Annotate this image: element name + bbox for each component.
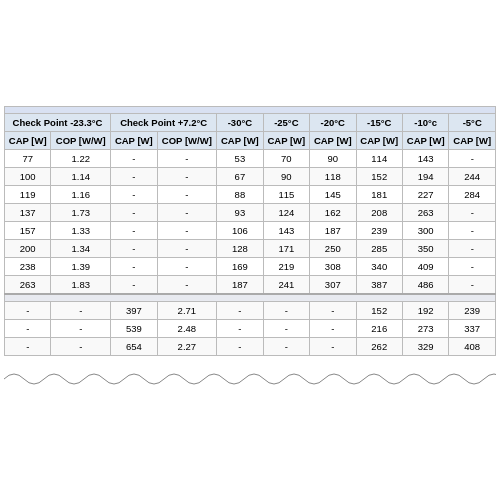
cell-r4-c8: 300 <box>402 222 448 240</box>
cell-r1-c0: 100 <box>5 168 51 186</box>
col-group-4: -25°C <box>263 114 309 132</box>
cell-r3-c8: 263 <box>402 204 448 222</box>
cell-r7-c5: 241 <box>263 276 309 295</box>
cell-r1-c3: - <box>157 168 217 186</box>
cell-r4-c3: - <box>157 222 217 240</box>
sub-col-7: CAP [W] <box>310 132 356 150</box>
cell-r5-c7: 285 <box>356 240 402 258</box>
capacity-table: Check Point -23.3°C Check Point +7.2°C -… <box>4 106 496 356</box>
cell-r10-c7: 216 <box>356 320 402 338</box>
cell-r7-c9: - <box>449 276 496 295</box>
cell-r2-c8: 227 <box>402 186 448 204</box>
cell-r3-c9: - <box>449 204 496 222</box>
cell-r6-c7: 340 <box>356 258 402 276</box>
cell-r4-c6: 187 <box>310 222 356 240</box>
sub-col-8: CAP [W] <box>356 132 402 150</box>
cell-r6-c0: 238 <box>5 258 51 276</box>
cell-r10-c8: 273 <box>402 320 448 338</box>
cell-r2-c6: 145 <box>310 186 356 204</box>
cell-r9-c3: 2.71 <box>157 302 217 320</box>
cell-r3-c4: 93 <box>217 204 263 222</box>
table-row: 2631.83--187241307387486- <box>5 276 496 295</box>
page-wrapper: Check Point -23.3°C Check Point +7.2°C -… <box>0 0 500 500</box>
table-row: --6542.27---262329408 <box>5 338 496 356</box>
sub-col-3: CAP [W] <box>111 132 157 150</box>
cell-r9-c4: - <box>217 302 263 320</box>
cell-r10-c1: - <box>51 320 111 338</box>
cell-r4-c5: 143 <box>263 222 309 240</box>
cell-r7-c8: 486 <box>402 276 448 295</box>
cell-r11-c9: 408 <box>449 338 496 356</box>
cell-r2-c1: 1.16 <box>51 186 111 204</box>
cell-r11-c7: 262 <box>356 338 402 356</box>
cell-r2-c5: 115 <box>263 186 309 204</box>
cell-r10-c4: - <box>217 320 263 338</box>
table-container: Check Point -23.3°C Check Point +7.2°C -… <box>4 106 496 356</box>
cell-r1-c4: 67 <box>217 168 263 186</box>
cell-r5-c3: - <box>157 240 217 258</box>
cell-r6-c3: - <box>157 258 217 276</box>
cell-r5-c9: - <box>449 240 496 258</box>
cell-r1-c8: 194 <box>402 168 448 186</box>
table-row: --5392.48---216273337 <box>5 320 496 338</box>
cell-r1-c6: 118 <box>310 168 356 186</box>
cell-r10-c0: - <box>5 320 51 338</box>
table-row: --3972.71---152192239 <box>5 302 496 320</box>
cell-r7-c3: - <box>157 276 217 295</box>
cell-r7-c1: 1.83 <box>51 276 111 295</box>
cell-r9-c0: - <box>5 302 51 320</box>
cell-r1-c9: 244 <box>449 168 496 186</box>
cell-r1-c2: - <box>111 168 157 186</box>
sub-col-6: CAP [W] <box>263 132 309 150</box>
cell-r2-c4: 88 <box>217 186 263 204</box>
cell-r3-c5: 124 <box>263 204 309 222</box>
cell-r11-c1: - <box>51 338 111 356</box>
col-group-2: Check Point +7.2°C <box>111 114 217 132</box>
cell-r5-c1: 1.34 <box>51 240 111 258</box>
sub-col-2: COP [W/W] <box>51 132 111 150</box>
cell-r11-c0: - <box>5 338 51 356</box>
cell-r10-c3: 2.48 <box>157 320 217 338</box>
cell-r11-c4: - <box>217 338 263 356</box>
table-row: 771.22--537090114143- <box>5 150 496 168</box>
cell-r11-c2: 654 <box>111 338 157 356</box>
cell-r6-c4: 169 <box>217 258 263 276</box>
cell-r5-c5: 171 <box>263 240 309 258</box>
cell-r0-c5: 70 <box>263 150 309 168</box>
table-title <box>5 107 496 114</box>
cell-r11-c3: 2.27 <box>157 338 217 356</box>
table-body: 771.22--537090114143-1001.14--6790118152… <box>5 150 496 356</box>
cell-r7-c2: - <box>111 276 157 295</box>
cell-r1-c1: 1.14 <box>51 168 111 186</box>
cell-r4-c9: - <box>449 222 496 240</box>
cell-r3-c7: 208 <box>356 204 402 222</box>
cell-r4-c0: 157 <box>5 222 51 240</box>
cell-r4-c1: 1.33 <box>51 222 111 240</box>
col-group-1: Check Point -23.3°C <box>5 114 111 132</box>
cell-r1-c7: 152 <box>356 168 402 186</box>
separator-row <box>5 294 496 302</box>
table-row: 2001.34--128171250285350- <box>5 240 496 258</box>
cell-r9-c1: - <box>51 302 111 320</box>
sub-col-1: CAP [W] <box>5 132 51 150</box>
cell-r9-c5: - <box>263 302 309 320</box>
cell-r6-c9: - <box>449 258 496 276</box>
cell-r4-c7: 239 <box>356 222 402 240</box>
table-row: 1371.73--93124162208263- <box>5 204 496 222</box>
sub-col-5: CAP [W] <box>217 132 263 150</box>
cell-r10-c2: 539 <box>111 320 157 338</box>
cell-r9-c7: 152 <box>356 302 402 320</box>
table-row: 1191.16--88115145181227284 <box>5 186 496 204</box>
cell-r2-c2: - <box>111 186 157 204</box>
cell-r9-c2: 397 <box>111 302 157 320</box>
cell-r6-c5: 219 <box>263 258 309 276</box>
table-row: 1571.33--106143187239300- <box>5 222 496 240</box>
cell-r3-c3: - <box>157 204 217 222</box>
cell-r2-c7: 181 <box>356 186 402 204</box>
table-row: 1001.14--6790118152194244 <box>5 168 496 186</box>
cell-r9-c8: 192 <box>402 302 448 320</box>
cell-r5-c6: 250 <box>310 240 356 258</box>
cell-r7-c6: 307 <box>310 276 356 295</box>
cell-r2-c0: 119 <box>5 186 51 204</box>
col-group-7: -10°c <box>402 114 448 132</box>
